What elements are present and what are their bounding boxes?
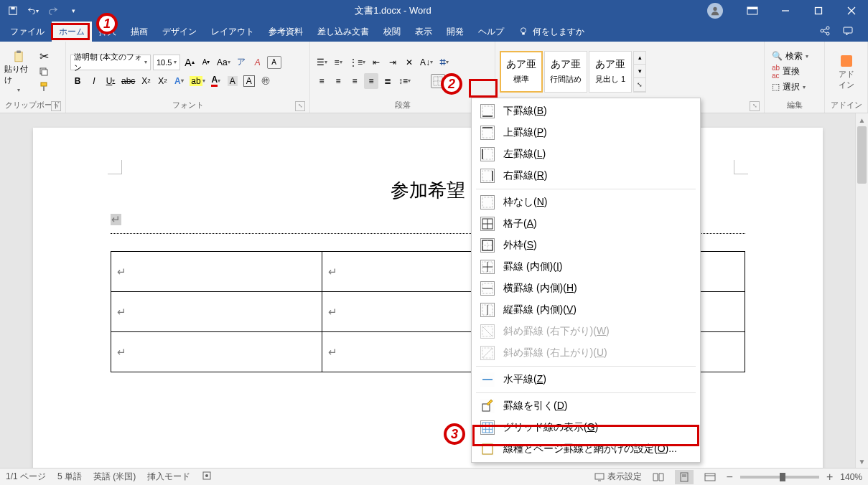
page-indicator[interactable]: 1/1 ページ bbox=[6, 471, 46, 483]
web-layout-button[interactable] bbox=[701, 470, 719, 484]
bullets-button[interactable]: ☰▾ bbox=[314, 55, 329, 70]
menu-inside-h-border[interactable]: 横罫線 (内側)(H) bbox=[473, 278, 699, 299]
menu-no-border[interactable]: 枠なし(N) bbox=[473, 192, 699, 213]
autosave-icon[interactable] bbox=[7, 5, 19, 17]
format-painter-icon[interactable] bbox=[37, 80, 50, 93]
display-settings[interactable]: 表示設定 bbox=[594, 471, 642, 483]
menu-all-borders[interactable]: 格子(A) bbox=[473, 213, 699, 235]
menu-left-border[interactable]: 左罫線(L) bbox=[473, 143, 699, 165]
page[interactable]: 参加希望 ↵ ↵↵↵ ↵↵↵ ↵↵↵ bbox=[33, 128, 823, 468]
sort-button[interactable]: A↓▾ bbox=[419, 55, 434, 70]
styles-launcher[interactable]: ⤡ bbox=[750, 101, 760, 111]
char-border-button[interactable]: A bbox=[242, 73, 256, 89]
font-launcher[interactable]: ⤡ bbox=[295, 101, 305, 111]
tab-developer[interactable]: 開発 bbox=[439, 22, 471, 42]
menu-inside-border[interactable]: 罫線 (内側)(I) bbox=[473, 256, 699, 278]
tell-me-search[interactable]: 何をしますか bbox=[518, 22, 584, 42]
tab-references[interactable]: 参考資料 bbox=[261, 22, 310, 42]
show-marks-button[interactable]: ⵌ▾ bbox=[437, 55, 451, 70]
redo-icon[interactable] bbox=[47, 5, 59, 17]
clear-format-button[interactable]: A bbox=[251, 55, 265, 70]
insert-mode[interactable]: 挿入モード bbox=[147, 471, 190, 483]
numbering-button[interactable]: ≡▾ bbox=[331, 55, 345, 70]
comments-icon[interactable] bbox=[842, 25, 854, 39]
ltr-button[interactable]: ✕ bbox=[402, 55, 416, 70]
highlight-button[interactable]: ab▾ bbox=[188, 73, 206, 89]
tab-review[interactable]: 校閲 bbox=[376, 22, 408, 42]
close-button[interactable] bbox=[835, 0, 868, 22]
italic-button[interactable]: I bbox=[87, 73, 101, 89]
style-normal[interactable]: あア亜標準 bbox=[500, 51, 543, 93]
ribbon-display-icon[interactable] bbox=[736, 0, 769, 22]
scroll-track[interactable] bbox=[856, 126, 868, 455]
text-effects-button[interactable]: A▾ bbox=[172, 73, 186, 89]
copy-icon[interactable] bbox=[37, 65, 50, 78]
maximize-button[interactable] bbox=[802, 0, 835, 22]
print-layout-button[interactable] bbox=[675, 470, 694, 484]
font-color-button[interactable]: A▾ bbox=[209, 73, 223, 89]
macro-recorder-icon[interactable] bbox=[202, 471, 212, 483]
menu-bottom-border[interactable]: 下罫線(B) bbox=[473, 100, 699, 122]
underline-button[interactable]: U▾ bbox=[103, 73, 118, 89]
subscript-button[interactable]: X2 bbox=[139, 73, 153, 89]
undo-icon[interactable]: ▾ bbox=[27, 5, 39, 17]
decrease-indent-button[interactable]: ⇤ bbox=[369, 55, 383, 70]
language-indicator[interactable]: 英語 (米国) bbox=[93, 471, 136, 483]
zoom-slider[interactable] bbox=[740, 476, 819, 479]
addins-button[interactable]: アドイン bbox=[829, 53, 863, 90]
align-center-button[interactable]: ≡ bbox=[331, 73, 345, 89]
zoom-in-button[interactable]: + bbox=[826, 471, 833, 484]
align-right-button[interactable]: ≡ bbox=[347, 73, 362, 89]
enclose-circle-button[interactable]: ㊕ bbox=[258, 73, 273, 89]
scroll-thumb[interactable] bbox=[857, 126, 867, 184]
tab-layout[interactable]: レイアウト bbox=[204, 22, 261, 42]
multilevel-button[interactable]: ⋮≡▾ bbox=[347, 55, 367, 70]
increase-indent-button[interactable]: ⇥ bbox=[386, 55, 400, 70]
tab-help[interactable]: ヘルプ bbox=[471, 22, 511, 42]
minimize-button[interactable] bbox=[769, 0, 802, 22]
vertical-scrollbar[interactable]: ▲ ▼ bbox=[855, 113, 868, 468]
clipboard-launcher[interactable]: ⤡ bbox=[51, 101, 61, 111]
user-avatar[interactable] bbox=[707, 3, 723, 19]
qat-customize-icon[interactable]: ▾ bbox=[67, 5, 79, 17]
phonetic-guide-button[interactable]: ア bbox=[234, 55, 248, 70]
font-size-combo[interactable]: 10.5▾ bbox=[153, 55, 180, 70]
distribute-button[interactable]: ≣ bbox=[381, 73, 395, 89]
justify-button[interactable]: ≡ bbox=[364, 73, 378, 89]
tab-draw[interactable]: 描画 bbox=[123, 22, 155, 42]
menu-inside-v-border[interactable]: 縦罫線 (内側)(V) bbox=[473, 299, 699, 321]
scroll-down-arrow[interactable]: ▼ bbox=[856, 455, 868, 468]
bold-button[interactable]: B bbox=[70, 73, 85, 89]
change-case-button[interactable]: Aa▾ bbox=[215, 55, 232, 70]
align-left-button[interactable]: ≡ bbox=[314, 73, 329, 89]
style-nospacing[interactable]: あア亜行間詰め bbox=[544, 51, 587, 93]
tab-view[interactable]: 表示 bbox=[408, 22, 439, 42]
menu-top-border[interactable]: 上罫線(P) bbox=[473, 122, 699, 143]
cut-icon[interactable]: ✂ bbox=[37, 50, 50, 63]
char-shading-button[interactable]: A bbox=[225, 73, 240, 89]
menu-horizontal-line[interactable]: 水平線(Z) bbox=[473, 369, 699, 390]
superscript-button[interactable]: X2 bbox=[155, 73, 169, 89]
zoom-out-button[interactable]: − bbox=[727, 471, 733, 484]
enclose-char-button[interactable]: A bbox=[267, 56, 281, 69]
select-button[interactable]: ⬚選択▾ bbox=[772, 81, 808, 93]
strikethrough-button[interactable]: abc bbox=[120, 73, 136, 89]
tab-design[interactable]: デザイン bbox=[155, 22, 204, 42]
grow-font-button[interactable]: A▴ bbox=[182, 55, 197, 70]
menu-outside-border[interactable]: 外枠(S) bbox=[473, 235, 699, 256]
paste-button[interactable]: 貼り付け ▾ bbox=[4, 50, 33, 93]
word-count[interactable]: 5 単語 bbox=[57, 471, 82, 483]
styles-gallery-arrows[interactable]: ▴▾⤡ bbox=[633, 51, 646, 93]
shrink-font-button[interactable]: A▾ bbox=[199, 55, 213, 70]
replace-button[interactable]: abac置換 bbox=[772, 64, 808, 80]
scroll-up-arrow[interactable]: ▲ bbox=[856, 113, 868, 126]
find-button[interactable]: 🔍検索▾ bbox=[772, 50, 808, 62]
share-icon[interactable] bbox=[819, 25, 831, 39]
tab-file[interactable]: ファイル bbox=[3, 22, 52, 42]
menu-right-border[interactable]: 右罫線(R) bbox=[473, 165, 699, 187]
read-mode-button[interactable] bbox=[649, 470, 668, 484]
zoom-knob[interactable] bbox=[780, 473, 785, 481]
font-name-combo[interactable]: 游明朝 (本文のフォン▾ bbox=[70, 55, 151, 70]
line-spacing-button[interactable]: ↕≡▾ bbox=[397, 73, 412, 89]
menu-draw-border[interactable]: 罫線を引く(D) bbox=[473, 395, 699, 417]
